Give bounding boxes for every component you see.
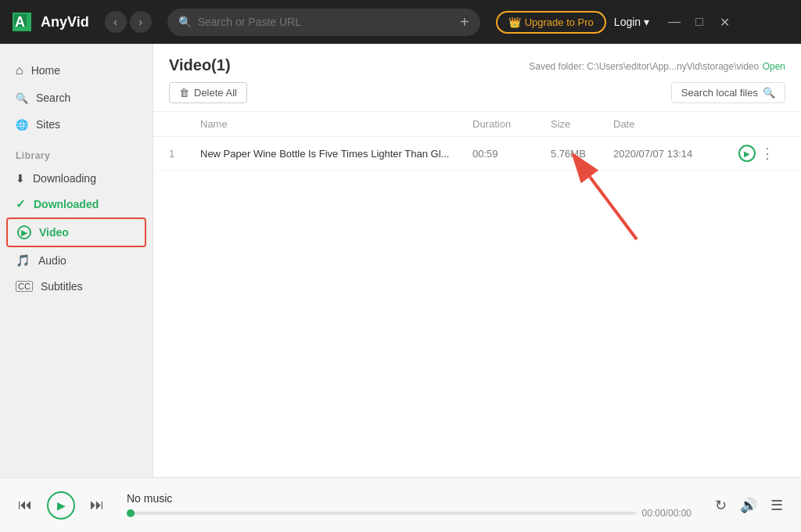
search-input[interactable]: [198, 16, 451, 28]
delete-all-button[interactable]: 🗑 Delete All: [169, 82, 247, 103]
login-button[interactable]: Login ▾: [614, 16, 649, 28]
app-title: AnyVid: [41, 14, 89, 31]
content-header: Video(1) Saved folder: C:\Users\editor\A…: [153, 44, 801, 74]
prev-button[interactable]: ⏮: [13, 493, 38, 518]
open-folder-link[interactable]: Open: [763, 61, 785, 72]
minimize-button[interactable]: —: [665, 13, 684, 31]
audio-icon: 🎵: [16, 253, 31, 268]
video-label: Video: [39, 226, 69, 239]
sidebar-item-home[interactable]: ⌂ Home: [0, 56, 153, 84]
sidebar-item-search[interactable]: 🔍 Search: [0, 84, 153, 111]
search-icon: 🔍: [178, 16, 192, 28]
page-title: Video(1): [169, 56, 231, 74]
player-progress-area: 00:00/00:00: [127, 508, 691, 519]
home-icon: ⌂: [16, 63, 23, 77]
playlist-icon: ☰: [770, 497, 783, 514]
window-controls: — □ ✕: [665, 13, 734, 31]
file-actions: ▶ ⋮: [738, 145, 785, 162]
library-label: Library: [0, 138, 153, 166]
playlist-button[interactable]: ☰: [765, 494, 788, 517]
file-table: Name Duration Size Date 1 New Paper Wine…: [153, 112, 801, 477]
search-bar-area: 🔍 +: [167, 9, 480, 36]
chevron-down-icon: ▾: [644, 16, 649, 28]
repeat-icon: ↻: [715, 497, 727, 514]
sidebar-item-search-label: Search: [36, 92, 70, 104]
forward-button[interactable]: ›: [130, 11, 152, 33]
downloaded-label: Downloaded: [34, 198, 99, 210]
more-options-button[interactable]: ⋮: [760, 145, 774, 162]
next-icon: ⏭: [90, 497, 104, 513]
volume-icon: 🔊: [740, 497, 757, 514]
sidebar-item-downloading[interactable]: ⬇ Downloading: [0, 166, 153, 191]
close-button[interactable]: ✕: [715, 13, 734, 31]
trash-icon: 🗑: [179, 87, 189, 99]
table-row: 1 New Paper Wine Bottle Is Five Times Li…: [153, 137, 801, 171]
sidebar-item-subtitles[interactable]: CC Subtitles: [0, 274, 153, 299]
sidebar-item-sites-label: Sites: [36, 118, 60, 131]
search-local-files-button[interactable]: Search local files 🔍: [671, 82, 785, 103]
add-button[interactable]: +: [460, 13, 469, 31]
maximize-button[interactable]: □: [690, 13, 709, 31]
progress-bar[interactable]: [127, 512, 636, 515]
sidebar-item-audio[interactable]: 🎵 Audio: [0, 247, 153, 274]
prev-icon: ⏮: [18, 497, 32, 513]
sidebar-item-video-highlighted[interactable]: ▶ Video: [6, 217, 146, 247]
player-right-controls: ↻ 🔊 ☰: [709, 494, 788, 517]
file-size: 5.76MB: [551, 148, 613, 160]
search-local-icon: 🔍: [763, 87, 775, 99]
search-nav-icon: 🔍: [16, 92, 28, 104]
col-actions: [738, 118, 785, 130]
upgrade-button[interactable]: 👑 Upgrade to Pro: [496, 11, 606, 34]
sites-icon: 🌐: [16, 119, 28, 131]
progress-dot: [127, 509, 135, 517]
sidebar-item-downloaded[interactable]: ✓ Downloaded: [0, 191, 153, 217]
file-name: New Paper Wine Bottle Is Five Times Ligh…: [200, 148, 472, 160]
content-wrapper: Video(1) Saved folder: C:\Users\editor\A…: [153, 44, 801, 477]
file-date: 2020/07/07 13:14: [613, 148, 738, 160]
audio-label: Audio: [38, 254, 66, 267]
player-info: No music 00:00/00:00: [127, 492, 691, 519]
col-name: Name: [200, 118, 472, 130]
content: Video(1) Saved folder: C:\Users\editor\A…: [153, 44, 801, 477]
main-layout: ⌂ Home 🔍 Search 🌐 Sites Library ⬇ Downlo…: [0, 44, 801, 477]
play-circle-icon: ▶: [738, 145, 756, 162]
player-time: 00:00/00:00: [642, 508, 691, 519]
volume-button[interactable]: 🔊: [737, 494, 760, 517]
col-date: Date: [613, 118, 738, 130]
sidebar-item-home-label: Home: [31, 64, 60, 77]
sidebar-item-sites[interactable]: 🌐 Sites: [0, 111, 153, 138]
play-icon: ▶: [57, 499, 66, 512]
player-bar: ⏮ ▶ ⏭ No music 00:00/00:00 ↻ 🔊 ☰: [0, 477, 801, 532]
logo-icon: A: [9, 9, 34, 34]
play-pause-button[interactable]: ▶: [47, 491, 75, 519]
table-header: Name Duration Size Date: [153, 112, 801, 137]
folder-info: Saved folder: C:\Users\editor\App...nyVi…: [529, 61, 759, 72]
col-num: [169, 118, 200, 130]
play-file-button[interactable]: ▶: [738, 145, 756, 162]
subtitles-icon: CC: [16, 281, 33, 292]
download-icon: ⬇: [16, 172, 25, 185]
col-duration: Duration: [472, 118, 551, 130]
next-button[interactable]: ⏭: [84, 493, 110, 518]
folder-info-area: Saved folder: C:\Users\editor\App...nyVi…: [529, 59, 785, 73]
subtitles-label: Subtitles: [41, 280, 83, 293]
nav-buttons: ‹ ›: [105, 11, 152, 33]
sidebar: ⌂ Home 🔍 Search 🌐 Sites Library ⬇ Downlo…: [0, 44, 153, 477]
player-track-name: No music: [127, 492, 691, 505]
logo-area: A AnyVid: [9, 9, 89, 34]
file-duration: 00:59: [472, 148, 551, 160]
crown-icon: 👑: [508, 16, 521, 28]
toolbar: 🗑 Delete All Search local files 🔍: [153, 74, 801, 112]
file-number: 1: [169, 148, 200, 160]
downloading-label: Downloading: [33, 172, 96, 185]
back-button[interactable]: ‹: [105, 11, 127, 33]
titlebar: A AnyVid ‹ › 🔍 + 👑 Upgrade to Pro Login …: [0, 0, 801, 44]
video-play-icon: ▶: [17, 225, 31, 239]
col-size: Size: [551, 118, 613, 130]
repeat-button[interactable]: ↻: [709, 494, 732, 517]
svg-text:A: A: [15, 14, 25, 30]
check-icon: ✓: [16, 197, 26, 211]
